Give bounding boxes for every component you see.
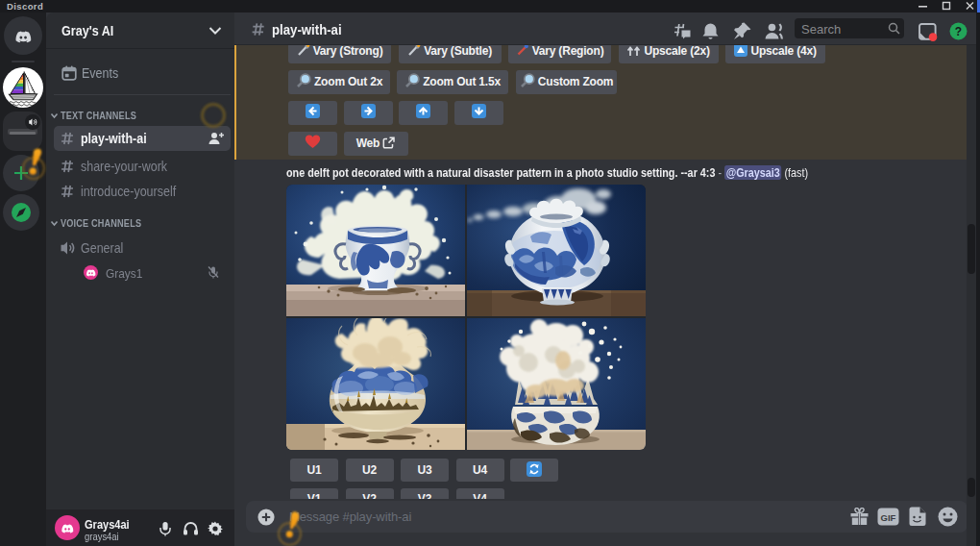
svg-text:?: ?: [955, 25, 962, 38]
svg-text:GIF: GIF: [881, 512, 896, 523]
